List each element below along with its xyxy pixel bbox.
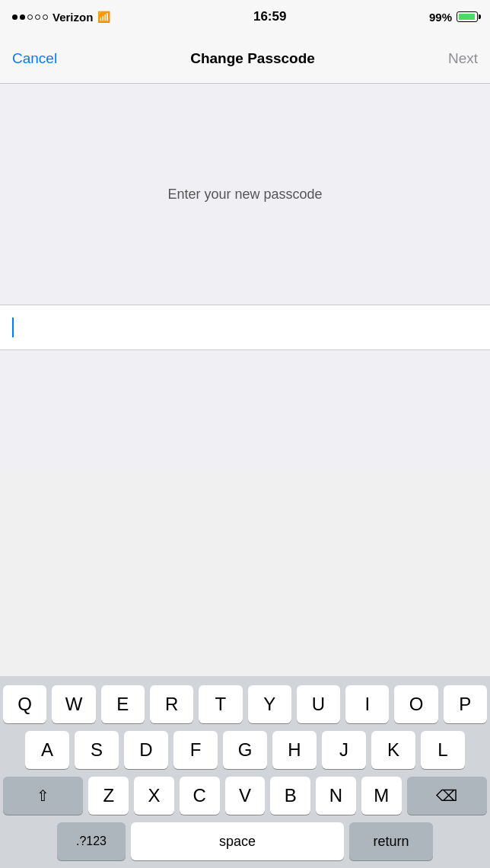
key-m[interactable]: M bbox=[361, 777, 402, 815]
signal-dot-5 bbox=[43, 14, 48, 20]
next-button[interactable]: Next bbox=[448, 50, 478, 67]
keyboard-row-2: A S D F G H J K L bbox=[3, 731, 487, 769]
prompt-section: Enter your new passcode bbox=[0, 84, 490, 305]
status-right: 99% bbox=[429, 11, 478, 24]
key-g[interactable]: G bbox=[223, 731, 267, 769]
status-time: 16:59 bbox=[253, 9, 286, 24]
key-u[interactable]: U bbox=[297, 685, 340, 723]
key-w[interactable]: W bbox=[52, 685, 95, 723]
battery-icon bbox=[457, 11, 478, 22]
signal-dot-1 bbox=[12, 14, 18, 20]
key-t[interactable]: T bbox=[199, 685, 242, 723]
key-n[interactable]: N bbox=[316, 777, 356, 815]
backspace-icon: ⌫ bbox=[436, 787, 457, 805]
keyboard-row-3: ⇧ Z X C V B N M ⌫ bbox=[3, 777, 487, 815]
key-s[interactable]: S bbox=[75, 731, 119, 769]
below-input-area bbox=[0, 350, 490, 472]
key-c[interactable]: C bbox=[180, 777, 220, 815]
key-y[interactable]: Y bbox=[248, 685, 291, 723]
key-x[interactable]: X bbox=[134, 777, 174, 815]
prompt-text: Enter your new passcode bbox=[167, 187, 322, 203]
key-j[interactable]: J bbox=[322, 731, 366, 769]
key-i[interactable]: I bbox=[345, 685, 389, 723]
key-d[interactable]: D bbox=[124, 731, 168, 769]
shift-key[interactable]: ⇧ bbox=[3, 777, 83, 815]
nav-bar: Cancel Change Passcode Next bbox=[0, 34, 490, 84]
battery-fill bbox=[459, 14, 475, 20]
content-area: Enter your new passcode bbox=[0, 84, 490, 472]
key-l[interactable]: L bbox=[421, 731, 465, 769]
signal-dot-2 bbox=[20, 14, 25, 20]
key-f[interactable]: F bbox=[173, 731, 218, 769]
signal-dots bbox=[12, 14, 48, 20]
backspace-key[interactable]: ⌫ bbox=[407, 777, 487, 815]
key-q[interactable]: Q bbox=[3, 685, 46, 723]
return-key[interactable]: return bbox=[349, 822, 433, 860]
carrier-label: Verizon bbox=[52, 11, 93, 24]
keyboard-row-1: Q W E R T Y U I O P bbox=[3, 685, 487, 723]
status-left: Verizon 📶 bbox=[12, 11, 110, 24]
shift-icon: ⇧ bbox=[37, 787, 49, 805]
key-e[interactable]: E bbox=[101, 685, 145, 723]
keyboard-row-4: .?123 space return bbox=[3, 822, 487, 860]
key-o[interactable]: O bbox=[394, 685, 438, 723]
key-b[interactable]: B bbox=[270, 777, 310, 815]
text-cursor bbox=[12, 318, 14, 337]
page-title: Change Passcode bbox=[190, 50, 315, 67]
key-z[interactable]: Z bbox=[88, 777, 129, 815]
space-key[interactable]: space bbox=[131, 822, 344, 860]
status-bar: Verizon 📶 16:59 99% bbox=[0, 0, 490, 34]
key-a[interactable]: A bbox=[25, 731, 69, 769]
key-v[interactable]: V bbox=[225, 777, 266, 815]
signal-dot-4 bbox=[35, 14, 40, 20]
cancel-button[interactable]: Cancel bbox=[12, 50, 57, 67]
signal-dot-3 bbox=[27, 14, 33, 20]
symbols-key[interactable]: .?123 bbox=[57, 822, 126, 860]
key-p[interactable]: P bbox=[444, 685, 487, 723]
wifi-icon: 📶 bbox=[97, 11, 110, 23]
key-r[interactable]: R bbox=[150, 685, 193, 723]
key-k[interactable]: K bbox=[371, 731, 415, 769]
passcode-input-section[interactable] bbox=[0, 305, 490, 350]
keyboard: Q W E R T Y U I O P A S D F G H J K L ⇧ … bbox=[0, 676, 490, 868]
key-h[interactable]: H bbox=[272, 731, 317, 769]
battery-percent: 99% bbox=[429, 11, 452, 24]
